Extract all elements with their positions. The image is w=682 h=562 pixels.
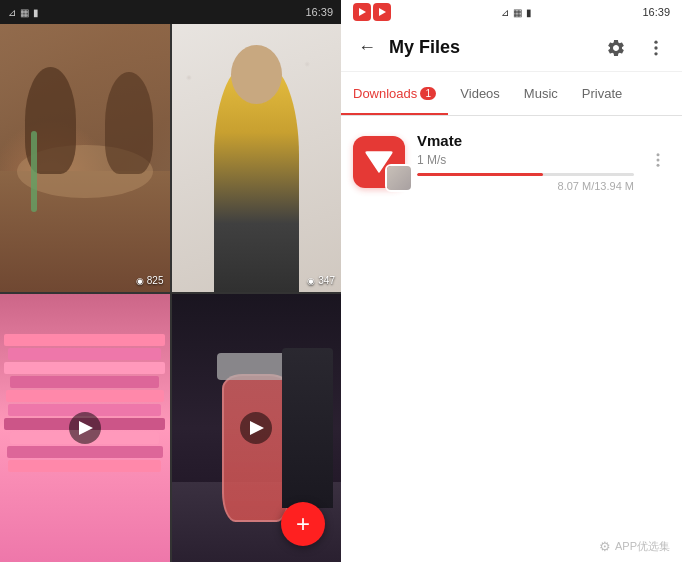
tab-downloads[interactable]: Downloads 1 — [341, 72, 448, 115]
downloads-badge: 1 — [420, 87, 436, 100]
video-thumb-1[interactable]: 825 — [0, 24, 170, 292]
fab-button[interactable]: + — [281, 502, 325, 546]
right-wifi-icon: ▦ — [513, 7, 522, 18]
right-panel: ⊿ ▦ ▮ 16:39 ← My Files Downloads — [341, 0, 682, 562]
progress-bar-fill — [417, 173, 543, 176]
left-status-bar: ⊿ ▦ ▮ 16:39 — [0, 0, 341, 24]
tab-downloads-label: Downloads — [353, 86, 417, 101]
back-button[interactable]: ← — [349, 30, 385, 66]
bottom-watermark: ⚙ APP优选集 — [341, 531, 682, 562]
download-info: Vmate 1 M/s 8.07 M/13.94 M — [417, 132, 634, 192]
download-name: Vmate — [417, 132, 634, 149]
svg-point-3 — [657, 153, 660, 156]
video-grid: 825 347 — [0, 24, 341, 562]
tab-private-label: Private — [582, 86, 622, 101]
view-count-2: 347 — [307, 275, 335, 286]
download-size: 8.07 M/13.94 M — [417, 180, 634, 192]
tab-private[interactable]: Private — [570, 72, 634, 115]
right-time: 16:39 — [642, 6, 670, 18]
tab-music[interactable]: Music — [512, 72, 570, 115]
page-title: My Files — [389, 37, 598, 58]
progress-bar-container — [417, 173, 634, 176]
vmate-duo-icons — [353, 3, 391, 21]
settings-button[interactable] — [598, 30, 634, 66]
watermark-text: APP优选集 — [615, 539, 670, 554]
right-status-icons: ⊿ ▦ ▮ — [501, 7, 532, 18]
left-status-icons: ⊿ ▦ ▮ — [8, 7, 39, 18]
tab-videos[interactable]: Videos — [448, 72, 512, 115]
download-list: Vmate 1 M/s 8.07 M/13.94 M — [341, 116, 682, 531]
right-signal-icon: ⊿ — [501, 7, 509, 18]
right-header: ← My Files — [341, 24, 682, 72]
vmate-icon-2 — [373, 3, 391, 21]
vmate-icon-1 — [353, 3, 371, 21]
left-battery-icon: ▮ — [33, 7, 39, 18]
left-time: 16:39 — [305, 6, 333, 18]
app-icon-container — [353, 136, 405, 188]
download-speed: 1 M/s — [417, 153, 634, 167]
download-item-vmate: Vmate 1 M/s 8.07 M/13.94 M — [341, 124, 682, 200]
header-action-icons — [598, 30, 674, 66]
right-status-bar: ⊿ ▦ ▮ 16:39 — [341, 0, 682, 24]
more-options-button[interactable] — [638, 30, 674, 66]
svg-point-0 — [654, 40, 657, 43]
tab-videos-label: Videos — [460, 86, 500, 101]
svg-point-1 — [654, 46, 657, 49]
left-signal-icon: ⊿ — [8, 7, 16, 18]
thumb-mini — [385, 164, 413, 192]
left-wifi-icon: ▦ — [20, 7, 29, 18]
play-btn-3[interactable] — [69, 412, 101, 444]
video-thumb-3[interactable] — [0, 294, 170, 562]
back-arrow-icon: ← — [358, 37, 376, 58]
view-count-1: 825 — [136, 275, 164, 286]
svg-point-2 — [654, 52, 657, 55]
svg-point-5 — [657, 164, 660, 167]
watermark-gear-icon: ⚙ — [599, 539, 611, 554]
more-vert-icon — [649, 151, 667, 173]
right-battery-icon: ▮ — [526, 7, 532, 18]
download-menu-button[interactable] — [646, 147, 670, 177]
left-panel: ⊿ ▦ ▮ 16:39 825 — [0, 0, 341, 562]
svg-point-4 — [657, 159, 660, 162]
fab-plus-icon: + — [296, 512, 310, 536]
play-btn-4[interactable] — [240, 412, 272, 444]
tab-music-label: Music — [524, 86, 558, 101]
video-thumb-2[interactable]: 347 — [172, 24, 342, 292]
tabs-bar: Downloads 1 Videos Music Private — [341, 72, 682, 116]
